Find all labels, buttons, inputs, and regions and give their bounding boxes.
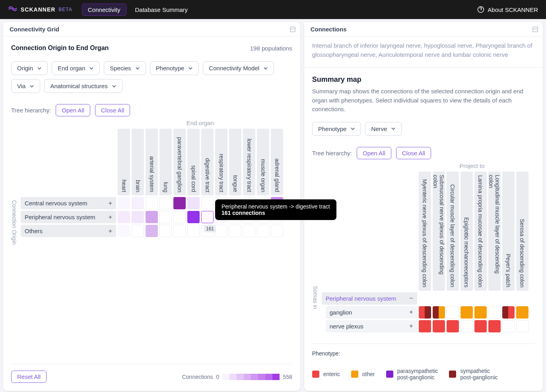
grid-cell[interactable]	[146, 211, 158, 223]
grid-cell[interactable]	[132, 211, 144, 223]
grid-cell[interactable]	[474, 320, 487, 332]
about-link[interactable]: About SCKANNER	[477, 6, 538, 13]
grid-cell[interactable]	[243, 225, 255, 237]
grid-cell[interactable]	[187, 211, 200, 223]
grid-cell[interactable]	[229, 225, 241, 237]
grid-cell[interactable]	[173, 225, 186, 237]
grid-cell[interactable]	[474, 306, 487, 319]
col-header[interactable]: respiratory tract	[215, 129, 227, 195]
x-axis-label: Project to	[409, 162, 535, 169]
filter-phenotype-right[interactable]: Phenotype	[312, 122, 361, 136]
filter-nerve[interactable]: Nerve	[365, 122, 402, 136]
nav-connectivity[interactable]: Connectivity	[82, 4, 126, 16]
phenotype-legend-item: sympathetic post-ganglionic	[449, 368, 497, 380]
grid-cell[interactable]	[447, 320, 459, 332]
reset-all-button[interactable]: Reset All	[11, 371, 47, 383]
phenotype-legend-item: other	[351, 368, 375, 380]
grid-cell[interactable]	[488, 320, 501, 332]
col-header[interactable]: brain	[132, 129, 144, 195]
col-header[interactable]: muscle organ	[257, 129, 269, 195]
tooltip: Peripheral nervous system -> digestive t…	[215, 199, 336, 220]
grid-cell[interactable]	[461, 320, 473, 332]
col-header[interactable]: paravertebral ganglion	[173, 129, 186, 195]
col-header[interactable]: Circular muscle layer of descending colo…	[447, 172, 459, 291]
row-header[interactable]: ganglion+	[326, 306, 417, 319]
grid-cell[interactable]	[118, 225, 130, 237]
col-header[interactable]: Lamina propria mucosae of descending col…	[474, 172, 487, 291]
grid-cell[interactable]	[146, 197, 158, 209]
grid-cell[interactable]	[132, 225, 144, 237]
filter-connectivity-model[interactable]: Connectivity Model	[203, 61, 274, 75]
col-header[interactable]: arterial system	[146, 129, 158, 195]
grid-cell[interactable]	[461, 306, 473, 319]
grid-cell[interactable]: Peripheral nervous system -> digestive t…	[201, 211, 214, 223]
col-header[interactable]: digestive tract	[201, 129, 214, 195]
close-all-button[interactable]: Close All	[396, 147, 431, 159]
chevron-down-icon	[188, 66, 193, 71]
grid-cell[interactable]	[173, 197, 186, 209]
grid-cell[interactable]	[187, 197, 200, 209]
col-header[interactable]: lung	[159, 129, 172, 195]
open-all-button[interactable]: Open All	[357, 147, 391, 159]
grid-cell[interactable]	[271, 225, 283, 237]
minimize-icon[interactable]	[532, 27, 538, 32]
close-all-button[interactable]: Close All	[95, 104, 130, 116]
col-header[interactable]: Myenteric nerve plexus of descending col…	[419, 172, 431, 291]
grid-cell[interactable]	[516, 306, 529, 319]
grid-cell[interactable]	[132, 197, 144, 209]
tab-connections[interactable]: Connections	[304, 23, 353, 36]
grid-cell[interactable]	[201, 197, 214, 209]
filter-phenotype[interactable]: Phenotype	[150, 61, 199, 75]
grid-cell[interactable]	[433, 306, 445, 319]
grid-cell[interactable]	[447, 306, 459, 319]
col-header[interactable]: Submucosal nerve plexus of descending co…	[433, 172, 445, 291]
filter-end-organ[interactable]: End organ	[52, 61, 100, 75]
cell-count-badge: 161	[204, 225, 216, 232]
col-header[interactable]: spinal cord	[187, 129, 200, 195]
col-header[interactable]: lower respiratory tract	[243, 129, 255, 195]
minimize-icon[interactable]	[290, 27, 295, 32]
grid-cell[interactable]	[215, 225, 227, 237]
filter-origin[interactable]: Origin	[11, 61, 48, 75]
grid-cell[interactable]	[502, 306, 515, 319]
row-header[interactable]: nerve plexus+	[326, 320, 417, 332]
col-header[interactable]: Serosa of descending colon	[516, 172, 529, 291]
grid-cell[interactable]	[187, 225, 200, 237]
grid-cell[interactable]	[516, 320, 529, 332]
grid-cell[interactable]	[146, 225, 158, 237]
grid-cell[interactable]	[173, 211, 186, 223]
expand-icon: +	[109, 200, 112, 207]
filter-via[interactable]: Via	[11, 79, 40, 93]
grid-cell[interactable]	[159, 225, 172, 237]
row-header[interactable]: Central nervous system+	[21, 197, 116, 209]
col-header[interactable]: heart	[118, 129, 130, 195]
expand-icon: +	[409, 322, 413, 330]
nav-db-summary[interactable]: Database Summary	[130, 4, 194, 15]
grid-cell[interactable]	[257, 225, 269, 237]
col-header[interactable]: tongue	[229, 129, 241, 195]
grid-cell[interactable]	[419, 306, 431, 319]
grid-cell[interactable]	[502, 320, 515, 332]
grid-cell[interactable]	[118, 211, 130, 223]
open-all-button[interactable]: Open All	[56, 104, 90, 116]
chevron-down-icon	[29, 84, 34, 89]
brand-logo[interactable]: SCKANNER BETA	[8, 6, 72, 13]
phenotype-legend-item: parasympathetic post-ganglionic	[386, 368, 438, 380]
row-header[interactable]: Peripheral nervous system+	[21, 211, 116, 223]
grid-cell[interactable]	[159, 197, 172, 209]
grid-cell[interactable]	[488, 306, 501, 319]
filter-anatomical[interactable]: Anatomical structures	[44, 79, 122, 93]
grid-cell[interactable]	[419, 320, 431, 332]
tab-connectivity-grid[interactable]: Connectivity Grid	[3, 23, 66, 36]
grid-cell[interactable]	[433, 320, 445, 332]
row-header[interactable]: Others+	[21, 225, 116, 237]
grid-cell[interactable]	[118, 197, 130, 209]
grid-cell[interactable]	[159, 211, 172, 223]
row-header-parent[interactable]: Peripheral nervous system−	[322, 292, 417, 305]
col-header[interactable]: Peyer's patch	[502, 172, 515, 291]
col-header[interactable]: Longitudinal muscle layer of descending …	[488, 172, 501, 291]
legend-swatch	[312, 371, 319, 378]
col-header[interactable]: Epiglottic mechanoreceptors	[461, 172, 473, 291]
col-header[interactable]: adrenal gland	[271, 129, 283, 195]
filter-species[interactable]: Species	[104, 61, 146, 75]
